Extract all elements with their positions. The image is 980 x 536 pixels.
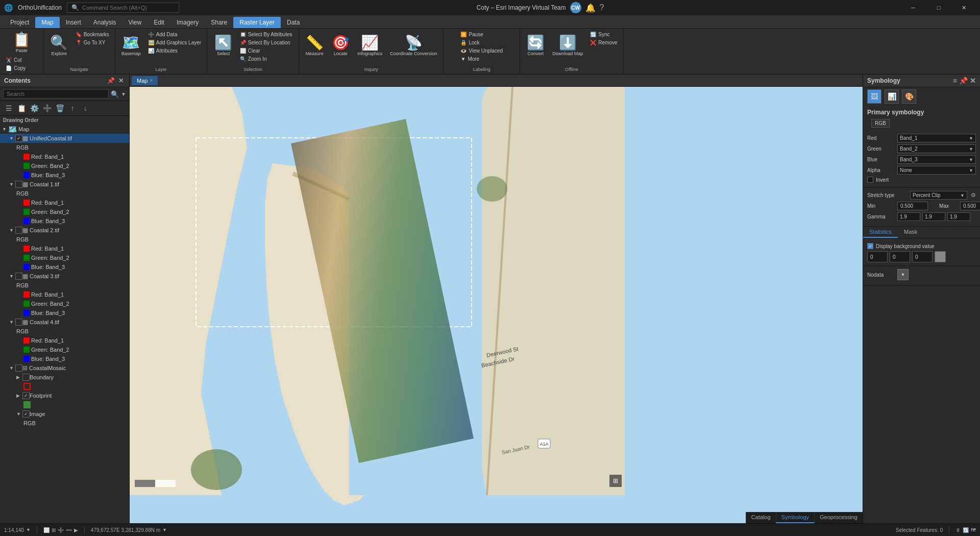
avatar[interactable]: CW bbox=[570, 2, 581, 13]
layer-rgb-4[interactable]: RGB bbox=[0, 281, 129, 290]
layer-coastal2[interactable]: ▼ ▦ Coastal 2.tif bbox=[0, 226, 129, 235]
sym-options-icon[interactable]: ≡ bbox=[953, 77, 957, 85]
layer-checkbox[interactable] bbox=[15, 135, 22, 142]
nav-icon-1[interactable]: ⬜ bbox=[43, 527, 50, 533]
layer-blue-band-1[interactable]: Blue: Band_3 bbox=[0, 170, 129, 180]
layer-coastalmosaic[interactable]: ▼ ⊞ CoastalMosaic bbox=[0, 363, 129, 373]
coordinate-conversion-button[interactable]: 📡 Coordinate Conversion bbox=[387, 31, 440, 61]
convert-button[interactable]: 🔄 Convert bbox=[523, 31, 548, 61]
nav-icon-5[interactable]: ▶ bbox=[74, 527, 78, 533]
layer-blue-band-4[interactable]: Blue: Band_3 bbox=[0, 308, 129, 318]
sym-green-dropdown[interactable]: Band_2 ▼ bbox=[897, 144, 976, 153]
sync-status-icon[interactable]: 🔃 bbox=[963, 527, 969, 533]
layer-red-band-2[interactable]: Red: Band_1 bbox=[0, 198, 129, 207]
sym-min-input[interactable] bbox=[897, 202, 928, 210]
layer-green-band-2[interactable]: Green: Band_2 bbox=[0, 207, 129, 216]
move-up-button[interactable]: ↑ bbox=[67, 103, 78, 114]
tab-data[interactable]: Data bbox=[281, 17, 306, 28]
layer-blue-band-5[interactable]: Blue: Band_3 bbox=[0, 354, 129, 363]
layer-checkbox[interactable] bbox=[15, 364, 22, 372]
tab-insert[interactable]: Insert bbox=[60, 17, 87, 28]
select-button[interactable]: ↖️ Select bbox=[211, 31, 236, 61]
layer-green-band-4[interactable]: Green: Band_2 bbox=[0, 299, 129, 308]
map-status-icon[interactable]: 🗺 bbox=[971, 527, 976, 533]
draw-order-button[interactable]: 📋 bbox=[16, 103, 27, 114]
layer-checkbox[interactable] bbox=[22, 374, 30, 381]
layer-green-band-5[interactable]: Green: Band_2 bbox=[0, 345, 129, 354]
layer-rgb-2[interactable]: RGB bbox=[0, 189, 129, 198]
sym-tab-mask[interactable]: Mask bbox=[898, 227, 923, 238]
contents-close-button[interactable]: ✕ bbox=[117, 77, 125, 85]
pause-button[interactable]: ⏸️ Pause bbox=[458, 31, 505, 38]
layer-checkbox[interactable] bbox=[15, 273, 22, 280]
layer-green-band-3[interactable]: Green: Band_2 bbox=[0, 253, 129, 262]
sym-tab-statistics[interactable]: Statistics bbox=[863, 227, 898, 238]
notification-icon[interactable]: 🔔 bbox=[585, 3, 596, 13]
catalog-tab[interactable]: Catalog bbox=[746, 512, 776, 523]
add-layer-button[interactable]: ➕ bbox=[41, 103, 53, 114]
geoprocessing-tab[interactable]: Geoprocessing bbox=[814, 512, 863, 523]
layer-image[interactable]: ▼ Image bbox=[0, 409, 129, 419]
pause-status-icon[interactable]: ⏸ bbox=[955, 527, 961, 533]
sym-bg-color-btn[interactable] bbox=[935, 251, 946, 262]
map-canvas[interactable]: Deerwood St Beachside Dr A1A San Juan Dr… bbox=[130, 87, 863, 523]
sym-stretch-dropdown[interactable]: Percent Clip ▼ bbox=[910, 191, 967, 200]
nav-icon-2[interactable]: ⊞ bbox=[52, 527, 56, 533]
sym-invert-checkbox[interactable] bbox=[867, 177, 873, 183]
layer-coastal1[interactable]: ▼ ▦ Coastal 1.tif bbox=[0, 180, 129, 189]
layer-coastal4[interactable]: ▼ ▦ Coastal 4.tif bbox=[0, 318, 129, 327]
tab-edit[interactable]: Edit bbox=[148, 17, 170, 28]
select-by-location-button[interactable]: 📌 Select By Location bbox=[237, 39, 295, 46]
tab-share[interactable]: Share bbox=[205, 17, 233, 28]
sym-rgb-icon-btn[interactable]: 🖼 bbox=[867, 89, 881, 104]
tab-view[interactable]: View bbox=[122, 17, 148, 28]
map-tab-main[interactable]: Map × bbox=[132, 76, 158, 85]
nav-icon-4[interactable]: ➖ bbox=[66, 527, 72, 533]
help-icon[interactable]: ? bbox=[600, 3, 604, 12]
infographics-button[interactable]: 📈 Infographics bbox=[354, 31, 385, 61]
layer-footprint[interactable]: ▶ Footprint bbox=[0, 391, 129, 400]
layer-rgb-6[interactable]: RGB bbox=[0, 419, 129, 428]
layer-rgb-5[interactable]: RGB bbox=[0, 327, 129, 336]
map-tab-close[interactable]: × bbox=[150, 78, 153, 83]
sym-red-dropdown[interactable]: Band_1 ▼ bbox=[897, 134, 976, 142]
layer-checkbox[interactable] bbox=[15, 181, 22, 188]
sym-stretch-settings-icon[interactable]: ⚙ bbox=[971, 192, 976, 199]
sym-color-icon-btn[interactable]: 🎨 bbox=[902, 89, 916, 104]
move-down-button[interactable]: ↓ bbox=[80, 103, 91, 114]
scale-dropdown-icon[interactable]: ▼ bbox=[26, 527, 31, 532]
clear-button[interactable]: ⬜ Clear bbox=[237, 47, 295, 55]
sym-bg-val-3[interactable] bbox=[912, 251, 933, 262]
measure-button[interactable]: 📏 Measure bbox=[302, 31, 327, 61]
tab-analysis[interactable]: Analysis bbox=[87, 17, 122, 28]
copy-button[interactable]: 📄 Copy bbox=[3, 64, 40, 72]
symbology-tab[interactable]: Symbology bbox=[776, 512, 814, 523]
layer-coastal3[interactable]: ▼ ▦ Coastal 3.tif bbox=[0, 272, 129, 281]
layer-checkbox[interactable] bbox=[22, 410, 30, 418]
layer-checkbox[interactable] bbox=[15, 227, 22, 234]
download-map-button[interactable]: ⬇️ Download Map bbox=[549, 31, 586, 61]
search-icon[interactable]: 🔍 bbox=[111, 90, 119, 98]
minimize-button[interactable]: ─ bbox=[901, 0, 925, 15]
locate-button[interactable]: 🎯 Locate bbox=[328, 31, 353, 61]
layer-map[interactable]: ▼ 🗺️ Map bbox=[0, 125, 129, 134]
close-button[interactable]: ✕ bbox=[952, 0, 976, 15]
maximize-button[interactable]: □ bbox=[927, 0, 950, 15]
layer-checkbox[interactable] bbox=[22, 392, 30, 399]
search-input[interactable] bbox=[3, 89, 109, 99]
layer-boundary[interactable]: ▶ Boundary bbox=[0, 373, 129, 382]
paste-button[interactable]: 📋 Paste bbox=[3, 31, 40, 56]
layer-blue-band-2[interactable]: Blue: Band_3 bbox=[0, 216, 129, 226]
tab-imagery[interactable]: Imagery bbox=[170, 17, 205, 28]
sym-alpha-dropdown[interactable]: None ▼ bbox=[897, 166, 976, 175]
sym-gamma-3[interactable] bbox=[947, 212, 970, 221]
layer-red-band-4[interactable]: Red: Band_1 bbox=[0, 290, 129, 299]
more-button[interactable]: ▼ More bbox=[458, 55, 505, 63]
sym-close-icon[interactable]: ✕ bbox=[970, 77, 976, 85]
layer-blue-band-3[interactable]: Blue: Band_3 bbox=[0, 262, 129, 272]
view-unplaced-button[interactable]: 👁️ View Unplaced bbox=[458, 47, 505, 55]
add-graphics-layer-button[interactable]: 🖼️ Add Graphics Layer bbox=[145, 39, 204, 46]
command-search[interactable] bbox=[82, 5, 175, 11]
sync-button[interactable]: 🔃 Sync bbox=[587, 31, 620, 38]
layer-red-band-1[interactable]: Red: Band_1 bbox=[0, 152, 129, 161]
